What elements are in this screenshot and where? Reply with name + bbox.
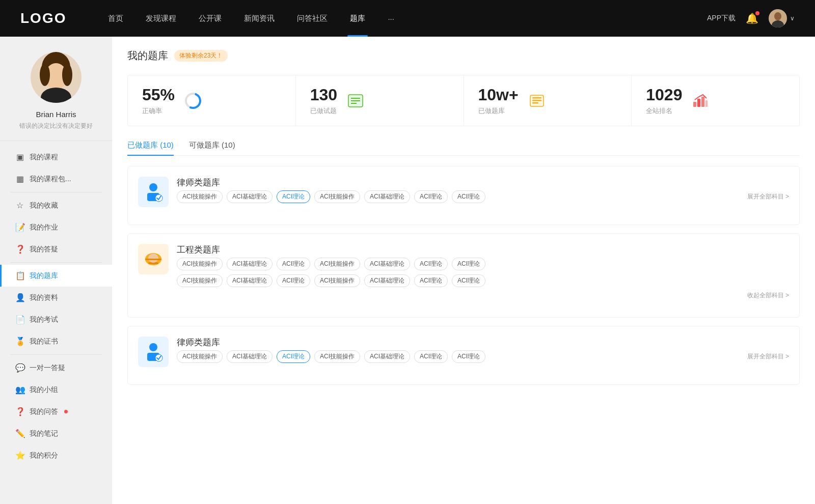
- sidebar-item-certificate[interactable]: 🏅 我的证书: [0, 330, 112, 352]
- sidebar-item-course-packages[interactable]: ▦ 我的课程包...: [0, 168, 112, 190]
- tag[interactable]: ACI基础理论: [227, 258, 273, 270]
- divider3: [10, 354, 102, 355]
- tab-todo[interactable]: 可做题库 (10): [189, 141, 235, 155]
- one-on-one-icon: 💬: [15, 363, 24, 373]
- sidebar-item-homework[interactable]: 📝 我的作业: [0, 216, 112, 238]
- nav-news[interactable]: 新闻资讯: [233, 0, 286, 37]
- logo: LOGO: [20, 10, 66, 26]
- profile-section: Brian Harris 错误的决定比没有决定要好: [0, 37, 112, 141]
- sidebar-item-questionbank[interactable]: 📋 我的题库: [0, 265, 112, 287]
- tag[interactable]: ACI技能操作: [314, 350, 360, 363]
- sidebar-item-notes[interactable]: ✏️ 我的笔记: [0, 423, 112, 444]
- tag[interactable]: ACI基础理论: [227, 350, 273, 363]
- sidebar-item-profile[interactable]: 👤 我的资料: [0, 287, 112, 309]
- tag[interactable]: ACI理论: [452, 274, 485, 287]
- svg-point-1: [774, 12, 781, 20]
- tag[interactable]: ACI理论: [452, 190, 485, 203]
- sidebar-item-questions[interactable]: ❓ 我的答疑: [0, 238, 112, 260]
- tag[interactable]: ACI基础理论: [227, 190, 273, 203]
- sidebar-item-exam[interactable]: 📄 我的考试: [0, 309, 112, 330]
- sidebar-item-group[interactable]: 👥 我的小组: [0, 379, 112, 401]
- svg-point-6: [40, 64, 50, 86]
- expand-link-1[interactable]: 展开全部科目 >: [747, 192, 789, 201]
- sidebar-item-label: 我的问答: [30, 407, 58, 416]
- sidebar-item-label: 我的笔记: [30, 429, 58, 438]
- points-icon: ⭐: [15, 451, 24, 460]
- tag[interactable]: ACI理论: [414, 274, 448, 287]
- qbank-header-1: 律师类题库 ACI技能操作 ACI基础理论 ACI理论 ACI技能操作 ACI基…: [138, 177, 789, 207]
- sidebar-item-label: 我的课程包...: [30, 175, 71, 184]
- tab-done[interactable]: 已做题库 (10): [127, 141, 174, 155]
- tag[interactable]: ACI理论: [277, 258, 310, 270]
- content: 我的题库 体验剩余23天！ 55% 正确率: [112, 37, 815, 504]
- stat-accuracy: 55% 正确率: [128, 75, 296, 126]
- my-qa-icon: ❓: [15, 407, 24, 416]
- tag[interactable]: ACI理论: [414, 258, 448, 270]
- qbank-card-lawyer-2: 律师类题库 ACI技能操作 ACI基础理论 ACI理论 ACI技能操作 ACI基…: [127, 326, 800, 385]
- tag[interactable]: ACI基础理论: [364, 258, 410, 270]
- sidebar-item-label: 我的小组: [30, 385, 58, 395]
- tags-row-2: ACI技能操作 ACI基础理论 ACI理论 ACI技能操作 ACI基础理论 AC…: [177, 258, 789, 270]
- qbank-icon: 📋: [15, 271, 24, 281]
- nav-question-bank[interactable]: 题库: [339, 0, 376, 37]
- tag-active[interactable]: ACI理论: [277, 190, 310, 203]
- tag[interactable]: ACI技能操作: [177, 190, 223, 203]
- tag[interactable]: ACI理论: [452, 258, 485, 270]
- tag[interactable]: ACI技能操作: [314, 190, 360, 203]
- tag[interactable]: ACI技能操作: [177, 274, 223, 287]
- nav-discover[interactable]: 发现课程: [134, 0, 187, 37]
- nav-qa[interactable]: 问答社区: [286, 0, 339, 37]
- collapse-link[interactable]: 收起全部科目 >: [177, 291, 789, 300]
- nav-more[interactable]: ···: [376, 0, 405, 37]
- notes-icon: ✏️: [15, 429, 24, 438]
- tag[interactable]: ACI基础理论: [364, 274, 410, 287]
- svg-rect-17: [532, 100, 541, 101]
- tag[interactable]: ACI技能操作: [314, 274, 360, 287]
- divider2: [10, 262, 102, 263]
- nav-home[interactable]: 首页: [97, 0, 134, 37]
- certificate-icon: 🏅: [15, 337, 24, 346]
- sidebar-item-label: 我的答疑: [30, 245, 58, 254]
- notification-bell[interactable]: 🔔: [746, 12, 758, 24]
- svg-rect-30: [145, 259, 161, 260]
- page-header: 我的题库 体验剩余23天！: [127, 49, 800, 63]
- tag[interactable]: ACI技能操作: [314, 258, 360, 270]
- sidebar-item-favorites[interactable]: ☆ 我的收藏: [0, 194, 112, 216]
- sidebar-item-courses[interactable]: ▣ 我的课程: [0, 146, 112, 168]
- exam-icon: 📄: [15, 315, 24, 324]
- stat-done-questions: 130 已做试题: [296, 75, 464, 126]
- profile-name: Brian Harris: [36, 110, 76, 119]
- tag[interactable]: ACI理论: [414, 350, 448, 363]
- sidebar-item-my-qa[interactable]: ❓ 我的问答: [0, 401, 112, 423]
- tag[interactable]: ACI基础理论: [364, 350, 410, 363]
- tag[interactable]: ACI理论: [414, 190, 448, 203]
- accuracy-icon: [183, 91, 203, 111]
- user-avatar-wrap[interactable]: ∨: [769, 9, 795, 27]
- nav: 首页 发现课程 公开课 新闻资讯 问答社区 题库 ···: [97, 0, 707, 37]
- sidebar-item-label: 我的证书: [30, 337, 58, 346]
- tag-active[interactable]: ACI理论: [277, 350, 310, 363]
- nav-open-course[interactable]: 公开课: [187, 0, 233, 37]
- tag[interactable]: ACI技能操作: [177, 258, 223, 270]
- avatar: [769, 9, 787, 27]
- app-download-link[interactable]: APP下载: [707, 14, 736, 23]
- done-b-icon: [527, 91, 547, 111]
- tag[interactable]: ACI技能操作: [177, 350, 223, 363]
- sidebar-item-points[interactable]: ⭐ 我的积分: [0, 444, 112, 466]
- tags-row-1: ACI技能操作 ACI基础理论 ACI理论 ACI技能操作 ACI基础理论 AC…: [177, 190, 789, 203]
- sidebar-item-label: 我的考试: [30, 315, 58, 324]
- question-icon: ❓: [15, 244, 24, 254]
- expand-link-3[interactable]: 展开全部科目 >: [747, 352, 789, 361]
- svg-rect-18: [532, 102, 538, 104]
- unread-dot: [64, 410, 68, 413]
- main-wrap: Brian Harris 错误的决定比没有决定要好 ▣ 我的课程 ▦ 我的课程包…: [0, 0, 815, 504]
- tags-row-2b: ACI技能操作 ACI基础理论 ACI理论 ACI技能操作 ACI基础理论 AC…: [177, 274, 789, 287]
- tag[interactable]: ACI理论: [277, 274, 310, 287]
- svg-point-23: [149, 183, 157, 191]
- svg-point-7: [62, 64, 72, 86]
- packages-icon: ▦: [15, 174, 24, 184]
- sidebar-item-1on1[interactable]: 💬 一对一答疑: [0, 357, 112, 379]
- tag[interactable]: ACI基础理论: [364, 190, 410, 203]
- tag[interactable]: ACI基础理论: [227, 274, 273, 287]
- tag[interactable]: ACI理论: [452, 350, 485, 363]
